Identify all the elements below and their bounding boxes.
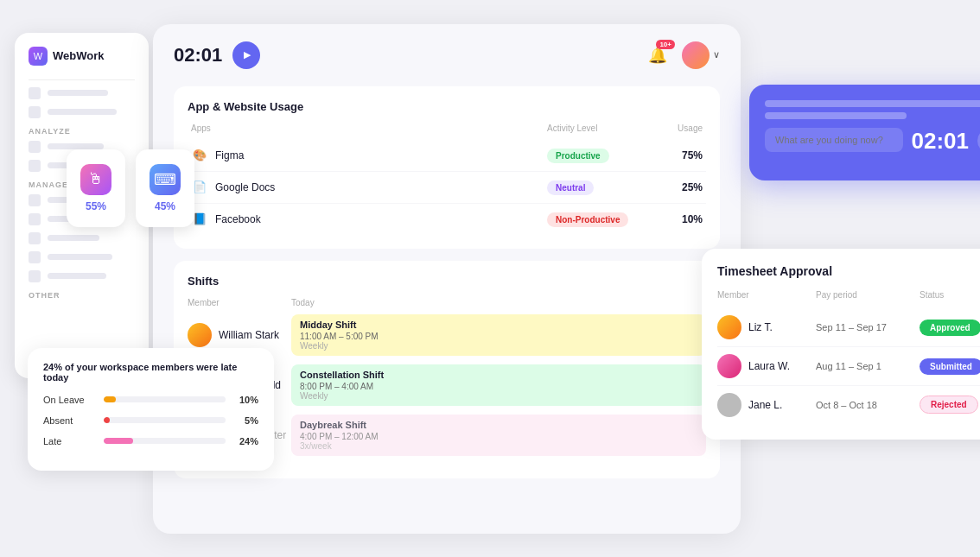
usage-pct-facebook: 10% [651,213,703,225]
shift-freq: Weekly [300,341,697,351]
col-member: Member [188,298,291,307]
timesheet-header: Member Pay period Status [717,290,980,300]
play-button[interactable] [232,41,260,69]
app-name: Facebook [215,213,261,225]
late-card: 24% of your workspace members were late … [28,348,274,471]
task-input[interactable] [765,128,903,152]
ts-status-wrap-liz: Approved [920,319,980,336]
badge-nonproductive: Non-Productive [547,212,628,227]
app-usage-title: App & Website Usage [188,100,706,113]
timer-overlay-lines [765,100,980,119]
keyboard-pct: 45% [155,200,175,212]
sidebar-icon [29,251,41,263]
ts-status-wrap-jane: Rejected [920,396,980,414]
col-member: Member [717,290,816,300]
ts-member-name: Liz T. [748,321,773,333]
shift-freq: 3x/week [300,441,697,451]
sidebar-item[interactable] [29,270,135,282]
header-right: 🔔 10+ ∨ [644,41,720,69]
activity-badge-neutral: Neutral [547,179,651,195]
shift-name: Daybreak Shift [300,420,697,430]
shift-badge-midday: Midday Shift 11:00 AM – 5:00 PM Weekly [291,314,706,356]
col-today: Today [291,298,706,307]
late-bar [104,438,226,444]
ts-member-name: Laura W. [748,360,790,372]
col-status: Status [920,290,980,300]
header-left: 02:01 [174,41,260,69]
on-leave-bar [104,396,226,402]
ts-period-jane: Oct 8 – Oct 18 [816,400,920,410]
table-row: 📘 Facebook Non-Productive 10% [188,204,706,235]
timer-controls: 02:01 ■ [912,128,981,155]
ts-period-laura: Aug 11 – Sep 1 [816,361,920,371]
avatar-jane [717,393,741,417]
activity-badge-nonproductive: Non-Productive [547,211,651,227]
dropdown-chevron: ∨ [713,49,720,60]
on-leave-fill [104,396,116,402]
sidebar-icon [29,213,41,225]
shift-time: 11:00 AM – 5:00 PM [300,332,697,341]
usage-pct-figma: 75% [651,149,703,161]
late-pct: 24% [234,436,258,446]
sidebar-item[interactable] [29,87,135,99]
late-card-suffix: of your workspace members were late toda… [43,362,237,383]
col-activity: Activity Level [547,123,651,133]
shift-time: 8:00 PM – 4:00 AM [300,382,697,391]
shift-badge-constellation: Constellation Shift 8:00 PM – 4:00 AM We… [291,364,706,406]
badge-productive: Productive [547,149,609,163]
shifts-table-header: Member Today [188,298,706,307]
late-card-title: 24% of your workspace members were late … [43,362,258,383]
sidebar-item-label [48,109,117,115]
timesheet-title: Timesheet Approval [717,264,980,278]
sidebar-item[interactable] [29,251,135,263]
avatar-laura [717,354,741,378]
sidebar-icon [29,270,41,282]
timer-overlay-top: 02:01 ■ [765,128,980,155]
absent-row: Absent 5% [43,415,258,426]
col-apps: Apps [191,123,547,133]
app-name-gdocs: 📄 Google Docs [191,179,547,196]
activity-badge-productive: Productive [547,147,651,163]
app-usage-card: App & Website Usage Apps Activity Level … [174,86,720,249]
late-row: Late 24% [43,436,258,446]
avatar-william [188,323,212,347]
sidebar-icon [29,232,41,244]
late-fill [104,438,133,444]
table-row: Jane L. Oct 8 – Oct 18 Rejected [717,386,980,424]
sidebar-item[interactable] [29,232,135,244]
current-timer: 02:01 [174,44,222,66]
sidebar-icon [29,106,41,118]
sidebar-icon [29,160,41,172]
timesheet-panel: Timesheet Approval Member Pay period Sta… [702,249,980,440]
mouse-pct: 55% [86,200,106,212]
scene: W WebWork ANALYZE MANAGE [15,16,965,542]
user-avatar-wrap[interactable]: ∨ [682,41,720,69]
overlay-line-2 [765,112,907,119]
divider [29,79,135,80]
member-name: William Stark [219,329,279,341]
keyboard-icon: ⌨ [150,164,181,195]
notification-badge[interactable]: 🔔 10+ [644,41,671,69]
sidebar-item-label [48,90,108,96]
ts-period-liz: Sep 11 – Sep 17 [816,322,920,332]
absent-label: Absent [43,415,95,426]
activity-cards: 🖱 55% ⌨ 45% [67,149,194,227]
shift-badge-daybreak: Daybreak Shift 4:00 PM – 12:00 AM 3x/wee… [291,415,706,456]
usage-table-header: Apps Activity Level Usage [188,123,706,133]
mouse-activity-card: 🖱 55% [67,149,125,227]
app-name-figma: 🎨 Figma [191,147,547,164]
app-name: Figma [215,149,244,161]
ts-status-wrap-laura: Submitted [920,358,980,375]
sidebar-item-label [48,235,99,241]
app-name: Google Docs [215,181,275,193]
app-name-facebook: 📘 Facebook [191,211,547,228]
shift-time: 4:00 PM – 12:00 AM [300,432,697,441]
logo-icon: W [29,47,48,66]
user-avatar [682,41,710,69]
badge-neutral: Neutral [547,180,594,195]
table-row: Laura W. Aug 11 – Sep 1 Submitted [717,347,980,386]
ts-member-name: Jane L. [748,399,782,411]
shift-freq: Weekly [300,391,697,401]
sidebar-item[interactable] [29,106,135,118]
sidebar-item-label [48,254,112,260]
